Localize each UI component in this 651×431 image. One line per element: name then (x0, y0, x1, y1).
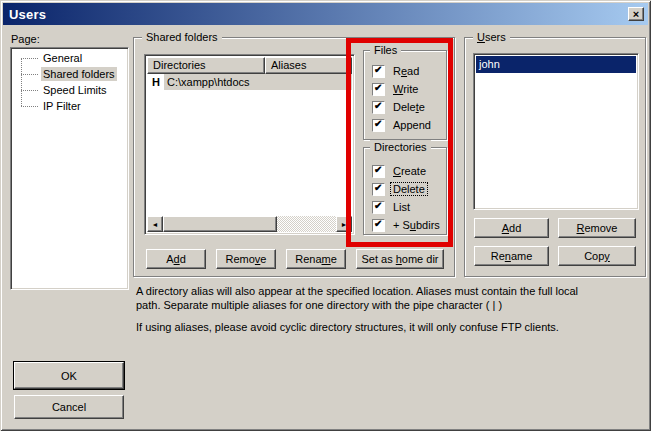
checkbox-label: Delete (391, 183, 427, 195)
list-header: Directories Aliases (147, 57, 352, 74)
rename-user-button[interactable]: Rename (474, 246, 549, 266)
users-list[interactable]: john (473, 53, 639, 210)
button-label: Rename (295, 253, 337, 265)
checkbox-icon (372, 201, 385, 214)
rename-folder-button[interactable]: Rename (286, 249, 346, 269)
set-home-dir-button[interactable]: Set as home dir (356, 249, 444, 269)
scroll-right-button[interactable]: ► (336, 216, 352, 232)
ok-button[interactable]: OK (14, 362, 124, 389)
checkbox-label: Create (391, 165, 428, 177)
button-label: OK (61, 370, 77, 382)
checkbox-icon (372, 65, 385, 78)
tree-item-label: General (41, 51, 84, 65)
tree-item-label: IP Filter (41, 99, 83, 113)
directories-group-title: Directories (370, 140, 431, 154)
checkbox-icon (372, 101, 385, 114)
shared-folders-list[interactable]: Directories Aliases H C:\xampp\htdocs ◄ … (144, 54, 355, 235)
page-list[interactable]: General Shared folders Speed Limits IP F… (10, 47, 129, 290)
checkbox-list[interactable]: List (372, 199, 446, 215)
button-label: Cancel (52, 401, 86, 413)
column-header-directories[interactable]: Directories (147, 57, 265, 74)
checkbox-label: Write (391, 83, 420, 95)
list-item[interactable]: john (476, 56, 636, 73)
checkbox-subdirs[interactable]: + Subdirs (372, 217, 446, 233)
checkbox-icon (372, 165, 385, 178)
scroll-left-button[interactable]: ◄ (147, 216, 163, 232)
tree-item-label: Shared folders (41, 67, 117, 81)
tree-item-label: Speed Limits (41, 83, 109, 97)
window-title: Users (9, 7, 46, 22)
files-permissions-group: Files Read Write Delete Append (363, 50, 447, 140)
page-label: Page: (11, 33, 40, 45)
sidebar-item-speed-limits[interactable]: Speed Limits (11, 82, 128, 98)
right-arrow-icon: ► (341, 221, 348, 228)
directory-cell: C:\xampp\htdocs (164, 74, 352, 90)
button-label: Add (166, 253, 186, 265)
close-icon: × (633, 9, 639, 19)
remove-user-button[interactable]: Remove (558, 218, 636, 238)
checkbox-icon (372, 219, 385, 232)
table-row[interactable]: H C:\xampp\htdocs (147, 74, 352, 90)
sidebar-item-shared-folders[interactable]: Shared folders (11, 66, 128, 82)
checkbox-icon (372, 83, 385, 96)
button-label: Remove (226, 253, 267, 265)
close-button[interactable]: × (628, 7, 644, 21)
shared-folders-group-title: Shared folders (142, 30, 222, 44)
checkbox-delete-files[interactable]: Delete (372, 99, 446, 115)
checkbox-label: List (391, 201, 412, 213)
users-group-title: Users (473, 30, 510, 44)
button-label: Copy (584, 250, 610, 262)
checkbox-create[interactable]: Create (372, 163, 446, 179)
home-flag: H (147, 76, 164, 88)
checkbox-write[interactable]: Write (372, 81, 446, 97)
notes: A directory alias will also appear at th… (136, 284, 594, 342)
users-dialog: Users × Page: General Shared folders Spe… (0, 0, 651, 431)
button-label: Rename (491, 250, 533, 262)
button-label: Set as home dir (361, 253, 438, 265)
copy-user-button[interactable]: Copy (558, 246, 636, 266)
checkbox-label: + Subdirs (391, 219, 442, 231)
left-arrow-icon: ◄ (152, 221, 159, 228)
directories-permissions-group: Directories Create Delete List + Subdirs (363, 147, 447, 235)
notes-paragraph-1: A directory alias will also appear at th… (136, 284, 594, 312)
users-group: Users john Add Remove Rename Copy (464, 37, 646, 277)
checkbox-delete-dirs[interactable]: Delete (372, 181, 446, 197)
checkbox-label: Append (391, 119, 433, 131)
column-header-aliases[interactable]: Aliases (265, 57, 352, 74)
files-group-title: Files (370, 43, 401, 57)
checkbox-icon (372, 183, 385, 196)
sidebar-item-ip-filter[interactable]: IP Filter (11, 98, 128, 114)
checkbox-append[interactable]: Append (372, 117, 446, 133)
notes-paragraph-2: If using aliases, please avoid cyclic di… (136, 320, 594, 334)
checkbox-icon (372, 119, 385, 132)
add-user-button[interactable]: Add (474, 218, 549, 238)
checkbox-read[interactable]: Read (372, 63, 446, 79)
checkbox-label: Read (391, 65, 421, 77)
add-folder-button[interactable]: Add (146, 249, 206, 269)
title-bar: Users (3, 3, 648, 25)
scrollbar-thumb[interactable] (163, 216, 277, 232)
checkbox-label: Delete (391, 101, 427, 113)
cancel-button[interactable]: Cancel (14, 395, 124, 419)
button-label: Remove (577, 222, 618, 234)
shared-folders-group: Shared folders Directories Aliases H C:\… (133, 37, 455, 277)
sidebar-item-general[interactable]: General (11, 50, 128, 66)
remove-folder-button[interactable]: Remove (216, 249, 276, 269)
button-label: Add (502, 222, 522, 234)
user-name: john (479, 58, 500, 70)
horizontal-scrollbar[interactable]: ◄ ► (147, 216, 352, 232)
